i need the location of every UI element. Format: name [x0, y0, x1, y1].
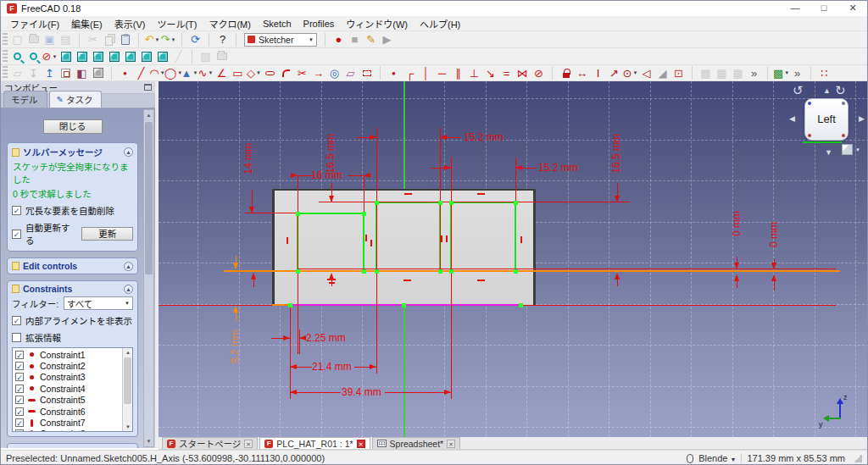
create-polyline-icon[interactable]: ∠ [214, 65, 230, 80]
fit-all-icon[interactable] [9, 49, 25, 64]
menu-item-0[interactable]: ファイル(F) [4, 15, 65, 32]
menu-item-8[interactable]: ヘルプ(H) [414, 15, 466, 32]
nav-style-selector[interactable]: Blende ▼ [698, 453, 736, 463]
auto-update-checkbox[interactable]: ✓ [12, 230, 21, 239]
sketch-vertex[interactable] [449, 201, 453, 205]
construction-mode-icon[interactable] [359, 65, 375, 80]
constraint-checkbox[interactable]: ✓ [15, 373, 24, 381]
constraints-scrollbar[interactable]: ▲ ▼ [122, 348, 132, 431]
workbench-selector[interactable]: Sketcher▼ [244, 33, 317, 47]
panel-scrollbar[interactable]: ▲ ▼ [143, 109, 154, 447]
constraint-row[interactable]: ✓Constraint4 [15, 383, 120, 394]
scroll-down-icon[interactable]: ▼ [144, 436, 153, 446]
zoom-selection-icon[interactable] [25, 49, 42, 64]
constrain-symmetric-icon[interactable]: ⋈ [515, 65, 531, 80]
minimize-button[interactable]: — [781, 1, 810, 16]
constrain-equal-icon[interactable]: = [498, 65, 515, 80]
rotate-cw-icon[interactable]: ↻ [835, 83, 846, 98]
sketch-vertex[interactable] [514, 269, 518, 274]
nav-down-icon[interactable]: ▼ [825, 148, 832, 157]
constrain-parallel-icon[interactable]: ∥ [450, 65, 466, 80]
constrain-vertical-distance-icon[interactable]: I [590, 65, 606, 80]
constraint-checkbox[interactable]: ✓ [15, 351, 24, 359]
constrain-angle-icon[interactable]: ◁ [638, 65, 654, 80]
constrain-horizontal-distance-icon[interactable]: ↔ [574, 65, 590, 80]
extend-edge-icon[interactable]: → [310, 65, 326, 80]
filter-dropdown[interactable]: すべて▼ [64, 296, 133, 310]
3d-viewport[interactable]: 14 mm16 mm16.5 mm15.2 mm15.2 mm16.5 mm0 … [159, 81, 868, 437]
dimension-label-d214[interactable]: 21.4 mm [312, 361, 352, 373]
document-tab-0[interactable]: Fスタートページ✕ [162, 437, 258, 449]
constraint-row[interactable]: ✓Constraint6 [15, 406, 120, 417]
mini-cube-icon[interactable] [842, 144, 853, 155]
create-arc-icon[interactable]: ◠▼ [149, 65, 165, 80]
nav-right-icon[interactable]: ▶ [859, 114, 865, 123]
collapse-icon[interactable]: ▲ [124, 262, 133, 271]
menu-item-3[interactable]: ツール(T) [151, 15, 203, 32]
nav-left-icon[interactable]: ◀ [789, 114, 795, 123]
external-geometry-icon[interactable]: ◎ [326, 65, 342, 80]
redo-icon[interactable]: ↷▼ [160, 32, 176, 47]
tab-close-icon[interactable]: ✕ [447, 440, 455, 448]
constraint-checkbox[interactable]: ✓ [15, 418, 24, 427]
constrain-tangent-icon[interactable]: ↘ [482, 65, 498, 80]
constraint-checkbox[interactable]: ✓ [15, 429, 24, 432]
extended-info-checkbox[interactable] [12, 333, 21, 342]
sketch-vertex[interactable] [375, 201, 379, 205]
menu-item-6[interactable]: Profiles [298, 17, 341, 30]
view-right-icon[interactable] [106, 49, 122, 64]
view-axonometric-icon[interactable] [58, 49, 74, 64]
menu-item-2[interactable]: 表示(V) [108, 15, 152, 32]
constrain-distance-icon[interactable]: ↗ [606, 65, 622, 80]
sketch-rectangle-2[interactable] [376, 202, 441, 272]
document-tab-2[interactable]: Spreadsheet*✕ [372, 437, 461, 449]
dimension-label-d152a[interactable]: 15.2 mm [464, 131, 504, 143]
toggle-driving-constraint-icon[interactable]: ⊡ [670, 65, 687, 80]
menu-item-7[interactable]: ウィンドウ(W) [340, 15, 414, 32]
merge-sketches-icon[interactable]: ◧ [74, 65, 90, 80]
sketch-vertex[interactable] [296, 269, 300, 274]
view-rear-icon[interactable] [122, 49, 138, 64]
navigation-cube[interactable]: Left [804, 98, 849, 141]
sketch-vertex[interactable] [362, 212, 366, 216]
tab-model[interactable]: モデル [3, 91, 47, 108]
sketch-rectangle-1[interactable] [297, 213, 364, 272]
menu-item-4[interactable]: マクロ(M) [203, 15, 257, 32]
tab-close-icon[interactable]: ✕ [357, 440, 365, 448]
view-front-icon[interactable] [74, 49, 90, 64]
scroll-down-icon[interactable]: ▼ [123, 423, 133, 431]
close-button[interactable]: ✕ [838, 1, 867, 16]
menu-item-1[interactable]: 編集(E) [65, 15, 108, 32]
dimension-label-d0b[interactable]: 0 mm [768, 222, 780, 247]
constraint-checkbox[interactable]: ✓ [15, 362, 24, 370]
collapse-icon[interactable]: ▲ [124, 285, 133, 294]
constraint-row[interactable]: ✓Constraint2 [15, 360, 120, 371]
sketch-vertex[interactable] [438, 269, 442, 274]
chevron-down-icon[interactable]: ▼ [855, 147, 860, 152]
sketch-rectangle-3[interactable] [450, 202, 516, 272]
constrain-coincident-icon[interactable]: ● [386, 65, 402, 80]
menu-item-5[interactable]: Sketch [257, 17, 298, 30]
constrain-vertical-icon[interactable]: │ [418, 65, 434, 80]
dimension-label-d165L[interactable]: 16.5 mm [325, 134, 337, 174]
sketch-vertex[interactable] [288, 303, 292, 307]
switch-virtual-space-icon[interactable]: ▩▼ [773, 65, 789, 80]
toolbar-grip[interactable] [3, 50, 8, 64]
collapse-icon[interactable]: ▲ [124, 147, 133, 157]
close-task-button[interactable]: 閉じる [43, 119, 103, 134]
sketch-vertex[interactable] [296, 212, 300, 216]
nav-up-icon[interactable]: ▲ [823, 86, 831, 95]
dimension-label-d165R[interactable]: 16.5 mm [610, 134, 622, 174]
create-circle-icon[interactable]: ◯▼ [165, 65, 181, 80]
sketch-view-section-icon[interactable] [90, 65, 106, 80]
macro-stop-icon[interactable]: ■ [347, 32, 363, 47]
trim-edge-icon[interactable]: ✂ [294, 65, 310, 80]
macro-record-icon[interactable]: ● [331, 32, 347, 47]
constraint-row[interactable]: ✓Constraint5 [15, 395, 120, 406]
sketch-vertex[interactable] [514, 201, 518, 205]
tab-tasks[interactable]: ✎タスク [49, 91, 103, 108]
dimension-label-d394[interactable]: 39.4 mm [342, 386, 381, 398]
draw-style-icon[interactable]: ⊘▼ [42, 49, 58, 64]
scroll-up-icon[interactable]: ▲ [123, 348, 133, 357]
create-conic-icon[interactable]: ▲▼ [181, 65, 198, 80]
